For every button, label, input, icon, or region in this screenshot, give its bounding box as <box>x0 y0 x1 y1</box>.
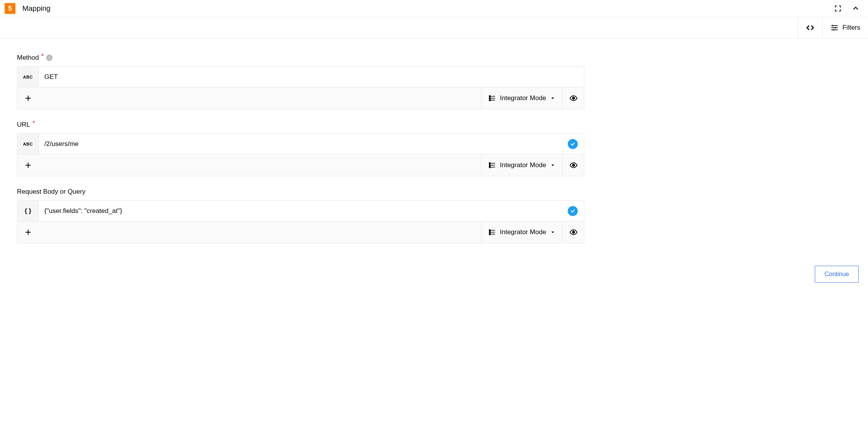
url-input-card: ABC Integrator Mode <box>17 133 584 176</box>
add-row-button[interactable] <box>17 87 39 109</box>
method-input-card: ABC Integrator Mode <box>17 66 584 109</box>
step-number: 5 <box>8 5 12 13</box>
add-row-button[interactable] <box>17 221 39 243</box>
svg-rect-22 <box>489 164 490 166</box>
abc-type-chip: ABC <box>17 134 39 154</box>
svg-rect-33 <box>489 233 490 235</box>
form-area: Method * i ABC Integrator Mode <box>0 39 601 263</box>
body-field-group: Request Body or Query { } <box>17 188 584 243</box>
method-label-row: Method * i <box>17 54 584 62</box>
valid-check-icon <box>568 139 578 149</box>
method-input[interactable] <box>39 67 584 87</box>
svg-point-25 <box>572 164 575 166</box>
svg-point-35 <box>572 231 575 233</box>
svg-point-15 <box>572 97 575 99</box>
url-field-group: URL * ABC In <box>17 121 584 176</box>
section-header: 5 Mapping <box>0 0 868 17</box>
section-title: Mapping <box>22 4 50 13</box>
mode-selector-label: Integrator Mode <box>500 228 546 236</box>
required-star-icon: * <box>41 55 44 58</box>
json-type-chip: { } <box>17 201 39 221</box>
toolbar-strip: Filters <box>0 17 868 39</box>
url-label: URL <box>17 121 30 129</box>
svg-marker-34 <box>552 231 554 233</box>
svg-rect-13 <box>489 99 490 101</box>
filters-button[interactable]: Filters <box>822 17 868 38</box>
url-label-row: URL * <box>17 121 584 129</box>
svg-rect-21 <box>489 163 490 164</box>
code-toggle-button[interactable] <box>798 17 822 38</box>
svg-marker-24 <box>552 164 554 166</box>
valid-check-icon <box>568 206 578 216</box>
footer: Continue <box>0 263 868 292</box>
svg-rect-12 <box>489 97 490 99</box>
caret-down-icon <box>550 230 555 235</box>
svg-rect-11 <box>489 96 490 97</box>
expand-icon[interactable] <box>833 4 843 13</box>
caret-down-icon <box>550 96 555 101</box>
svg-marker-14 <box>552 97 554 99</box>
svg-rect-31 <box>489 230 490 231</box>
abc-type-chip: ABC <box>17 67 39 87</box>
add-row-button[interactable] <box>17 154 39 176</box>
caret-down-icon <box>550 163 555 168</box>
preview-button[interactable] <box>562 154 584 176</box>
method-field-group: Method * i ABC Integrator Mode <box>17 54 584 109</box>
continue-button[interactable]: Continue <box>815 266 859 283</box>
body-input-card: { } Integrator Mode <box>17 200 584 243</box>
mode-selector-label: Integrator Mode <box>500 161 546 169</box>
body-input[interactable] <box>39 201 565 221</box>
preview-button[interactable] <box>562 221 584 243</box>
mode-selector-label: Integrator Mode <box>500 94 546 102</box>
collapse-chevron-icon[interactable] <box>851 4 860 13</box>
method-label: Method <box>17 54 39 62</box>
body-label: Request Body or Query <box>17 188 86 196</box>
mode-selector[interactable]: Integrator Mode <box>481 154 562 176</box>
info-icon[interactable]: i <box>46 55 52 61</box>
body-label-row: Request Body or Query <box>17 188 584 196</box>
preview-button[interactable] <box>562 87 584 109</box>
required-star-icon: * <box>32 122 35 125</box>
step-number-badge: 5 <box>5 3 15 14</box>
filters-label: Filters <box>843 24 860 32</box>
mode-selector[interactable]: Integrator Mode <box>481 87 562 109</box>
svg-rect-23 <box>489 166 490 168</box>
svg-rect-32 <box>489 231 490 233</box>
mode-selector[interactable]: Integrator Mode <box>481 221 562 243</box>
url-input[interactable] <box>39 134 565 154</box>
